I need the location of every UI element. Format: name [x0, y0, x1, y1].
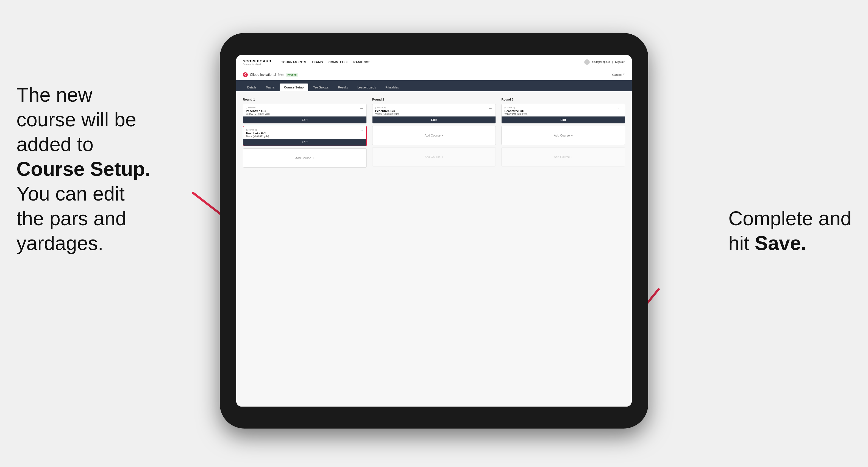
round1-course-b-name: East Lake GC [246, 132, 269, 135]
nav-teams[interactable]: TEAMS [312, 59, 323, 65]
separator: | [612, 60, 613, 63]
round3-add-course-button[interactable]: Add Course + [501, 126, 625, 145]
round3-course-a-info: Yellow (M) (6629 yds) [504, 113, 528, 115]
nav-links: TOURNAMENTS TEAMS COMMITTEE RANKINGS [281, 59, 577, 65]
round2-course-a-info: Yellow (M) (6629 yds) [375, 113, 399, 115]
nav-tournaments[interactable]: TOURNAMENTS [281, 59, 306, 65]
sub-tabs: Details Teams Course Setup Tee Groups Re… [236, 80, 632, 91]
logo-sub: Powered by clippd [243, 63, 271, 65]
round2-add-course-button-2: Add Course + [372, 147, 496, 166]
scoreboard-logo: SCOREBOARD Powered by clippd [243, 59, 271, 65]
round2-course-a-edit-button[interactable]: Edit [372, 117, 496, 123]
nav-right: blair@clippd.io | Sign out [584, 59, 625, 65]
round3-course-a-label: (Course A) [504, 106, 528, 109]
round3-course-a-header: (Course A) Peachtree GC Yellow (M) (6629… [502, 104, 625, 117]
round2-course-a-header: (Course A) Peachtree GC Yellow (M) (6629… [372, 104, 496, 117]
round-2-column: Round 2 (Course A) Peachtree GC Yellow (… [372, 98, 496, 170]
tournament-name: Clippd Invitational [250, 73, 276, 76]
round1-course-a-options-icon[interactable]: ⋯ [359, 106, 364, 111]
tab-printables[interactable]: Printables [381, 84, 403, 91]
cancel-button[interactable]: Cancel ✕ [612, 73, 625, 76]
tab-leaderboards[interactable]: Leaderboards [353, 84, 380, 91]
sign-out-link[interactable]: Sign out [615, 60, 625, 63]
tournament-title: C Clippd Invitational Men Hosting [243, 72, 298, 77]
round1-course-a-name: Peachtree GC [246, 109, 270, 113]
c-logo: C [243, 72, 248, 77]
tournament-header: C Clippd Invitational Men Hosting Cancel… [236, 69, 632, 80]
tablet: SCOREBOARD Powered by clippd TOURNAMENTS… [220, 33, 648, 429]
round3-course-a-name: Peachtree GC [504, 109, 528, 113]
round1-course-b-header: (Course B) East Lake GC Black (M) (6891 … [243, 126, 366, 139]
tab-tee-groups[interactable]: Tee Groups [309, 84, 333, 91]
plus-icon: + [312, 156, 314, 160]
round1-course-b-label: (Course B) [246, 129, 269, 131]
content-area: Round 1 (Course A) Peachtree GC Yellow (… [236, 91, 632, 407]
round3-course-a-edit-button[interactable]: Edit [502, 117, 625, 123]
round3-add-course-button-2: Add Course + [501, 147, 625, 166]
round2-course-a-name: Peachtree GC [375, 109, 399, 113]
annotation-right: Complete and hit Save. [728, 206, 851, 255]
round2-course-a-label: (Course A) [375, 106, 399, 109]
round3-course-a-card: (Course A) Peachtree GC Yellow (M) (6629… [501, 104, 625, 124]
round1-course-b-edit-button[interactable]: Edit [243, 139, 366, 146]
nav-rankings[interactable]: RANKINGS [353, 59, 371, 65]
round1-course-a-edit-button[interactable]: Edit [243, 117, 366, 123]
avatar [584, 59, 590, 65]
close-icon: ✕ [623, 73, 625, 76]
plus-icon-3: + [442, 155, 443, 158]
round1-add-course-button[interactable]: Add Course + [243, 148, 367, 167]
plus-icon-2: + [442, 134, 443, 137]
round-3-header: Round 3 [501, 98, 625, 101]
round1-course-a-card: (Course A) Peachtree GC Yellow (M) (6629… [243, 104, 367, 124]
tab-results[interactable]: Results [334, 84, 352, 91]
round1-course-a-label: (Course A) [246, 106, 270, 109]
logo-main: SCOREBOARD [243, 59, 271, 63]
round2-add-course-button[interactable]: Add Course + [372, 126, 496, 145]
round-1-header: Round 1 [243, 98, 367, 101]
top-nav: SCOREBOARD Powered by clippd TOURNAMENTS… [236, 55, 632, 69]
gender-label: Men [278, 73, 283, 76]
tab-details[interactable]: Details [243, 84, 261, 91]
tab-teams[interactable]: Teams [261, 84, 279, 91]
rounds-container: Round 1 (Course A) Peachtree GC Yellow (… [243, 98, 625, 170]
round3-course-a-options-icon[interactable]: ⋯ [618, 106, 622, 111]
round-1-column: Round 1 (Course A) Peachtree GC Yellow (… [243, 98, 367, 170]
hosting-badge: Hosting [286, 73, 298, 76]
round1-course-a-header: (Course A) Peachtree GC Yellow (M) (6629… [243, 104, 366, 117]
round1-course-b-options-icon[interactable]: ⋯ [359, 129, 363, 133]
tab-course-setup[interactable]: Course Setup [280, 84, 308, 91]
round2-course-a-card: (Course A) Peachtree GC Yellow (M) (6629… [372, 104, 496, 124]
nav-committee[interactable]: COMMITTEE [329, 59, 348, 65]
plus-icon-4: + [571, 134, 572, 137]
tablet-screen: SCOREBOARD Powered by clippd TOURNAMENTS… [236, 55, 632, 407]
annotation-left: The new course will be added to Course S… [17, 83, 151, 255]
round1-course-b-card: (Course B) East Lake GC Black (M) (6891 … [243, 126, 367, 146]
user-email: blair@clippd.io [592, 60, 610, 63]
plus-icon-5: + [571, 155, 572, 158]
round-2-header: Round 2 [372, 98, 496, 101]
round1-course-b-info: Black (M) (6891 yds) [246, 135, 269, 137]
round1-course-a-info: Yellow (M) (6629 yds) [246, 113, 270, 115]
round-3-column: Round 3 (Course A) Peachtree GC Yellow (… [501, 98, 625, 170]
round2-course-a-options-icon[interactable]: ⋯ [488, 106, 493, 111]
